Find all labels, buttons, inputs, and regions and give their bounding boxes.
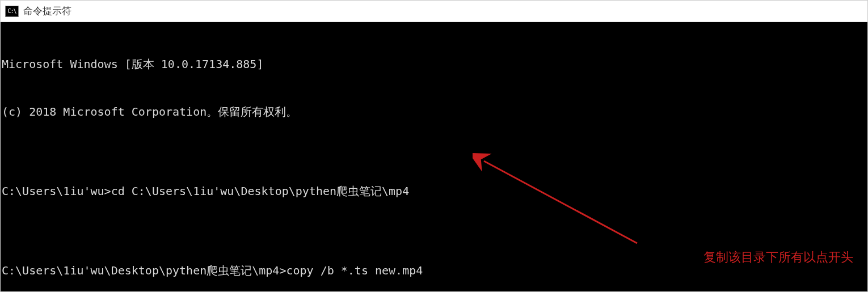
cmd-icon: C:\ [5,6,19,17]
terminal-line: (c) 2018 Microsoft Corporation。保留所有权利。 [2,104,866,120]
annotation-text: 复制该目录下所有以点开头 结尾是ts的文件，把它们合 成一个新的文件 [703,212,853,291]
terminal-area[interactable]: Microsoft Windows [版本 10.0.17134.885] (c… [1,22,867,291]
annotation-line: 复制该目录下所有以点开头 [703,248,853,266]
terminal-line: Microsoft Windows [版本 10.0.17134.885] [2,56,866,72]
svg-line-1 [484,161,637,243]
terminal-line: C:\Users\1iu'wu>cd C:\Users\1iu'wu\Deskt… [2,183,866,199]
titlebar[interactable]: C:\ 命令提示符 [1,1,867,22]
window-title: 命令提示符 [23,5,71,18]
cmd-window: C:\ 命令提示符 Microsoft Windows [版本 10.0.171… [0,0,868,292]
